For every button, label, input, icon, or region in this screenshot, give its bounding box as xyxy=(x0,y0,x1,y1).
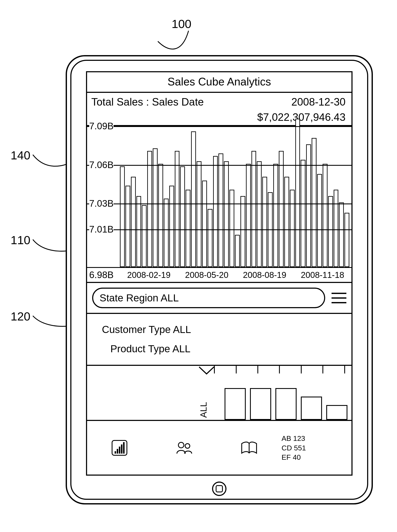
tablet-device: Sales Cube Analytics Total Sales : Sales… xyxy=(66,55,373,504)
chart-bar[interactable] xyxy=(186,190,191,267)
chart-bar[interactable] xyxy=(295,119,300,267)
svg-point-1 xyxy=(185,444,190,448)
chart-bar[interactable] xyxy=(328,196,333,267)
y-tick-label: 7.03B xyxy=(89,198,114,209)
chart-bar[interactable] xyxy=(257,161,262,267)
chart-bar[interactable] xyxy=(262,177,267,267)
chart-bar[interactable] xyxy=(175,151,180,267)
chart-bar[interactable] xyxy=(312,138,316,267)
chart-bar[interactable] xyxy=(334,190,339,267)
chart-bar[interactable] xyxy=(301,160,305,267)
chart-bar[interactable] xyxy=(218,153,223,267)
mini-bar[interactable] xyxy=(301,397,322,420)
chart-bar[interactable] xyxy=(230,190,234,267)
value-row: $7,022,307,946.43 xyxy=(87,110,351,126)
chart-bar[interactable] xyxy=(273,164,278,267)
mini-bar[interactable] xyxy=(275,388,297,420)
chart-bar[interactable] xyxy=(241,196,245,267)
mini-chart-bars xyxy=(224,382,351,420)
chart-bar[interactable] xyxy=(147,151,152,267)
metric-label: Total Sales : Sales Date xyxy=(91,96,204,108)
chart-bar[interactable] xyxy=(251,151,256,267)
chart-bar[interactable] xyxy=(284,177,289,267)
y-tick-label: 7.09B xyxy=(89,121,114,131)
x-axis: 6.98B 2008-02-192008-05-202008-08-192008… xyxy=(87,267,351,282)
active-filter-pill[interactable]: State Region ALL xyxy=(92,288,325,308)
menu-icon[interactable] xyxy=(332,293,346,303)
chart-bar[interactable] xyxy=(208,209,212,267)
info-line-1: AB 123 xyxy=(282,434,346,443)
mini-bar[interactable] xyxy=(250,388,271,420)
chart-bar[interactable] xyxy=(197,161,201,267)
chart-bar[interactable] xyxy=(224,161,229,267)
caret-down-icon xyxy=(198,366,215,375)
chart-bars xyxy=(120,126,349,267)
chart-bar[interactable] xyxy=(164,199,169,267)
people-icon[interactable] xyxy=(175,440,194,455)
x-tick-label: 2008-11-18 xyxy=(301,270,344,280)
info-line-3: EF 40 xyxy=(282,452,346,462)
chart-bar[interactable] xyxy=(131,177,136,267)
x-tick-label: 2008-08-19 xyxy=(243,270,286,280)
mini-ticks xyxy=(214,366,345,374)
chart-bar[interactable] xyxy=(246,164,251,267)
filter-customer-type[interactable]: Customer Type ALL xyxy=(102,320,351,339)
mini-bar[interactable] xyxy=(326,405,347,420)
callout-110: 110 xyxy=(11,233,30,247)
bottom-toolbar: AB 123 CD 551 EF 40 xyxy=(87,421,351,475)
callout-100: 100 xyxy=(172,17,191,31)
filter-product-type[interactable]: Product Type ALL xyxy=(102,339,351,358)
chart-bar[interactable] xyxy=(191,131,196,267)
info-line-2: CD 551 xyxy=(282,443,346,452)
chart-bar[interactable] xyxy=(158,164,163,267)
chart-bar[interactable] xyxy=(136,196,141,267)
chart-bar[interactable] xyxy=(142,205,147,267)
selected-value: $7,022,307,946.43 xyxy=(257,111,346,123)
y-tick-label: 7.01B xyxy=(89,224,114,235)
mini-chart-label: ALL xyxy=(198,402,209,418)
svg-point-0 xyxy=(178,442,184,448)
chart-bar[interactable] xyxy=(235,235,240,267)
app-screen: Sales Cube Analytics Total Sales : Sales… xyxy=(86,71,353,476)
filter-list: Customer Type ALL Product Type ALL xyxy=(87,314,351,366)
chart-bar[interactable] xyxy=(344,213,349,267)
toolbar-info: AB 123 CD 551 EF 40 xyxy=(282,434,351,462)
mini-chart[interactable]: ALL xyxy=(87,366,351,421)
chart-bar[interactable] xyxy=(290,190,295,267)
app-title: Sales Cube Analytics xyxy=(87,72,351,93)
chart-bar[interactable] xyxy=(317,174,322,267)
chart-bar[interactable] xyxy=(323,164,328,267)
subtitle-row: Total Sales : Sales Date 2008-12-30 xyxy=(87,93,351,110)
chart-bar[interactable] xyxy=(202,181,207,267)
chart-bar[interactable] xyxy=(153,148,158,267)
y-baseline-label: 6.98B xyxy=(87,269,120,280)
chart-bar[interactable] xyxy=(120,166,125,267)
x-ticks: 2008-02-192008-05-202008-08-192008-11-18 xyxy=(120,270,351,280)
chart-bar[interactable] xyxy=(306,144,311,267)
main-chart[interactable]: 6.98B 2008-02-192008-05-202008-08-192008… xyxy=(87,126,351,283)
chart-bar[interactable] xyxy=(180,166,185,267)
home-button[interactable] xyxy=(212,482,226,496)
book-icon[interactable] xyxy=(240,440,259,455)
x-tick-label: 2008-05-20 xyxy=(185,270,229,280)
callout-120: 120 xyxy=(11,309,30,323)
x-tick-label: 2008-02-19 xyxy=(127,270,171,280)
chart-bar[interactable] xyxy=(339,202,344,267)
chart-bar[interactable] xyxy=(279,151,284,267)
mini-bar[interactable] xyxy=(224,388,246,420)
y-tick-label: 7.06B xyxy=(89,160,114,170)
active-filter-row: State Region ALL xyxy=(87,283,351,314)
chart-icon[interactable] xyxy=(112,440,127,456)
selected-date: 2008-12-30 xyxy=(291,96,346,108)
chart-bar[interactable] xyxy=(125,186,130,267)
chart-bar[interactable] xyxy=(169,186,174,267)
chart-bar[interactable] xyxy=(213,156,218,267)
callout-140: 140 xyxy=(11,148,30,162)
